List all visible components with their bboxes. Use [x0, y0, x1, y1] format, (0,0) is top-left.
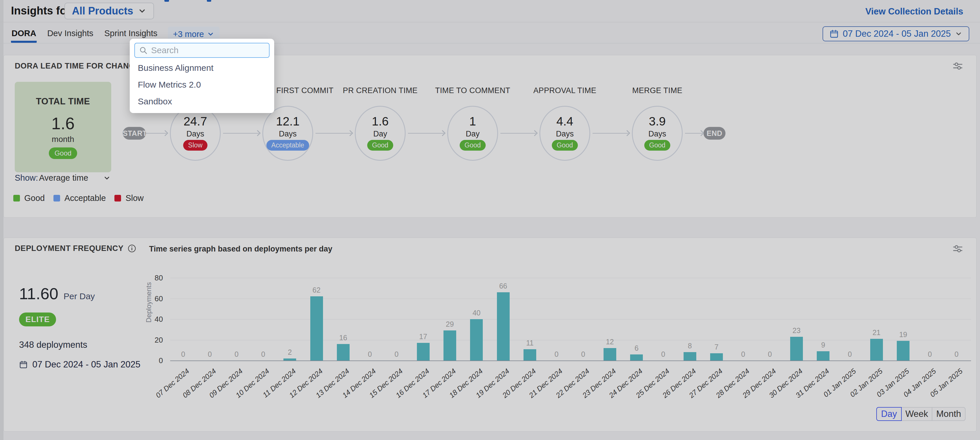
bar[interactable] — [870, 339, 883, 360]
pipeline-end-pill: END — [703, 127, 725, 140]
pipeline-connector — [408, 133, 444, 134]
dropdown-item-sandbox[interactable]: Sandbox — [130, 93, 274, 110]
bar[interactable] — [710, 353, 723, 360]
bar-value-label: 9 — [810, 341, 836, 349]
bar[interactable] — [523, 349, 536, 360]
bar[interactable] — [790, 337, 803, 360]
pipeline-connector — [315, 133, 351, 134]
bar[interactable] — [444, 330, 456, 360]
dropdown-item-business-alignment[interactable]: Business Alignment — [130, 59, 274, 77]
bar-value-label: 0 — [570, 350, 596, 359]
chart-subtitle: Time series graph based on deployments p… — [149, 245, 332, 253]
pipeline-connector — [500, 133, 536, 134]
stage-status-badge: Good — [367, 140, 393, 151]
stage-value: 12.1 — [239, 115, 337, 128]
chart-settings-icon[interactable] — [952, 61, 964, 72]
legend-swatch — [53, 195, 60, 201]
show-metric-dropdown[interactable]: Average time — [39, 173, 88, 183]
stage-label: TIME TO COMMENT — [423, 85, 522, 96]
calendar-icon — [19, 360, 28, 369]
chevron-down-icon — [207, 30, 215, 38]
stage-status-badge: Good — [460, 140, 486, 151]
bar-value-label: 0 — [917, 350, 943, 359]
bar[interactable] — [684, 352, 696, 360]
gridline — [170, 278, 971, 278]
bar-value-label: 0 — [383, 350, 409, 359]
bar-value-label: 0 — [757, 350, 783, 359]
search-icon — [139, 46, 148, 55]
pipeline-connector — [593, 133, 628, 134]
stage-status-badge-wrap: Good — [608, 140, 706, 151]
bar[interactable] — [470, 319, 483, 360]
bar-value-label: 0 — [224, 350, 250, 359]
date-range-picker[interactable]: 07 Dec 2024 - 05 Jan 2025 — [822, 26, 969, 41]
stage-unit: Day — [331, 129, 430, 139]
bar-value-label: 0 — [943, 350, 970, 359]
stage-status-badge-wrap: Slow — [146, 140, 244, 151]
chart-settings-icon[interactable] — [952, 243, 964, 255]
stage-unit: Days — [608, 129, 706, 139]
tab--3-more[interactable]: +3 more — [168, 27, 220, 40]
dropdown-items: Business AlignmentFlow Metrics 2.0Sandbo… — [130, 59, 274, 110]
dropdown-item-flow-metrics-2-0[interactable]: Flow Metrics 2.0 — [130, 77, 274, 93]
bar-value-label: 17 — [410, 332, 436, 341]
bar[interactable] — [310, 297, 323, 360]
tab-dev-insights[interactable]: Dev Insights — [46, 24, 94, 43]
rate-value: 11.60 — [19, 284, 58, 303]
y-axis-tick: 0 — [142, 356, 163, 365]
tab-dora[interactable]: DORA — [11, 24, 37, 43]
bar-value-label: 40 — [463, 309, 489, 317]
search-input[interactable] — [151, 45, 265, 55]
status-legend: GoodAcceptableSlow — [13, 193, 143, 203]
bar-value-label: 0 — [170, 350, 196, 359]
stage-value: 3.9 — [608, 115, 706, 128]
bar-value-label: 62 — [304, 286, 330, 294]
legend-label: Good — [24, 193, 45, 203]
dropdown-search[interactable] — [134, 43, 270, 58]
stage-unit: Days — [239, 129, 337, 139]
chevron-down-icon — [955, 30, 963, 38]
stage-value: 24.7 — [146, 115, 244, 128]
page-title: Insights for — [11, 5, 71, 17]
legend-label: Acceptable — [64, 193, 106, 203]
bar-value-label: 0 — [197, 350, 223, 359]
bar[interactable] — [630, 354, 643, 360]
total-time-label: TOTAL TIME — [15, 96, 111, 107]
chevron-down-icon[interactable] — [103, 174, 111, 182]
info-icon[interactable] — [128, 244, 136, 253]
bar[interactable] — [603, 348, 616, 360]
bar-value-label: 23 — [784, 327, 810, 335]
deployment-frequency-title: DEPLOYMENT FREQUENCY — [15, 244, 136, 253]
bar-value-label: 0 — [543, 350, 570, 359]
stage-unit: Day — [423, 129, 522, 139]
bar-value-label: 2 — [277, 348, 303, 356]
bar-value-label: 6 — [624, 344, 649, 352]
date-range-label: 07 Dec 2024 - 05 Jan 2025 — [843, 29, 951, 39]
bar[interactable] — [497, 292, 510, 360]
stage-label: MERGE TIME — [608, 85, 706, 96]
date-range-label: 07 Dec 2024 - 05 Jan 2025 — [32, 359, 140, 370]
bar[interactable] — [817, 351, 829, 360]
show-metric-row: Show: Average time — [4, 173, 148, 183]
stage-value: 4.4 — [516, 115, 614, 128]
bar-value-label: 0 — [250, 350, 276, 359]
bar-value-label: 0 — [730, 350, 756, 359]
view-collection-details-link[interactable]: View Collection Details — [865, 6, 963, 17]
y-axis-tick: 20 — [142, 336, 163, 344]
stage-status-badge: Slow — [183, 140, 207, 151]
bar[interactable] — [337, 344, 350, 360]
total-time-box: TOTAL TIME 1.6 month Good — [15, 82, 111, 172]
bar-value-label: 0 — [650, 350, 676, 359]
chevron-down-icon — [138, 6, 146, 15]
bar[interactable] — [417, 343, 430, 360]
bar-value-label: 29 — [437, 320, 463, 328]
product-scope-selector[interactable]: All Products — [64, 3, 154, 19]
granularity-month[interactable]: Month — [932, 407, 966, 421]
granularity-week[interactable]: Week — [901, 407, 932, 421]
bar-value-label: 11 — [517, 339, 543, 347]
granularity-day[interactable]: Day — [876, 407, 902, 421]
bar[interactable] — [897, 341, 910, 360]
bar-value-label: 66 — [490, 282, 516, 290]
bar[interactable] — [283, 359, 296, 360]
stage-unit: Days — [516, 129, 614, 139]
